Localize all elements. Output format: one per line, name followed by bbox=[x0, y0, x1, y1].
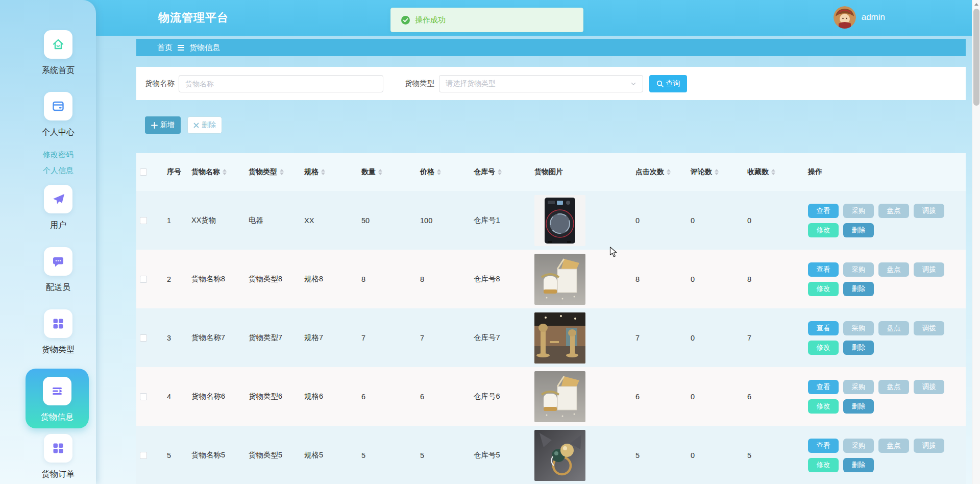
transfer-button[interactable]: 调拨 bbox=[914, 262, 944, 277]
x-icon bbox=[193, 123, 199, 128]
breadcrumb: 首页 货物信息 bbox=[136, 39, 966, 56]
row-actions: 查看 采购 盘点 调拨 修改 删除 bbox=[808, 380, 966, 414]
edit-button[interactable]: 修改 bbox=[808, 341, 839, 355]
sidebar-item-cargo-type[interactable]: 货物类型 bbox=[20, 309, 96, 355]
cell-qty: 6 bbox=[361, 393, 365, 401]
row-actions: 查看 采购 盘点 调拨 修改 删除 bbox=[808, 262, 966, 296]
cell-type: 货物类型8 bbox=[249, 274, 282, 284]
cell-type: 电器 bbox=[249, 215, 263, 225]
view-button[interactable]: 查看 bbox=[808, 439, 839, 453]
col-index: 序号 bbox=[167, 167, 181, 177]
col-favorites: 收藏数 bbox=[747, 167, 769, 177]
app-window: 物流管理平台 admin 操作成功 bbox=[0, 0, 980, 484]
row-checkbox[interactable] bbox=[140, 217, 147, 224]
row-delete-button[interactable]: 删除 bbox=[843, 282, 874, 296]
cell-favorites: 6 bbox=[747, 393, 751, 401]
row-checkbox[interactable] bbox=[140, 452, 147, 459]
sort-caret-icon[interactable] bbox=[280, 169, 284, 175]
sort-caret-icon[interactable] bbox=[378, 169, 382, 175]
row-delete-button[interactable]: 删除 bbox=[843, 458, 874, 472]
filter-bar: 货物名称 货物类型 请选择货物类型 查询 bbox=[136, 67, 966, 100]
row-checkbox[interactable] bbox=[140, 276, 147, 283]
cell-name: 货物名称6 bbox=[191, 392, 225, 401]
inventory-button[interactable]: 盘点 bbox=[878, 204, 909, 218]
view-button[interactable]: 查看 bbox=[808, 380, 839, 394]
sidebar-item-cargo-orders[interactable]: 货物订单 bbox=[20, 434, 96, 480]
row-actions: 查看 采购 盘点 调拨 修改 删除 bbox=[808, 439, 966, 472]
cell-clicks: 6 bbox=[635, 393, 640, 401]
row-checkbox[interactable] bbox=[140, 393, 147, 400]
purchase-button[interactable]: 采购 bbox=[843, 262, 874, 277]
inventory-button[interactable]: 盘点 bbox=[878, 439, 909, 453]
sort-caret-icon[interactable] bbox=[771, 169, 775, 175]
transfer-button[interactable]: 调拨 bbox=[914, 439, 944, 453]
scrollbar-thumb[interactable] bbox=[973, 9, 979, 106]
sidebar-item-users[interactable]: 用户 bbox=[20, 185, 96, 231]
transfer-button[interactable]: 调拨 bbox=[914, 380, 944, 394]
inventory-button[interactable]: 盘点 bbox=[878, 262, 909, 277]
sidebar-item-profile[interactable]: 个人中心 bbox=[20, 92, 96, 138]
sidebar-item-couriers[interactable]: 配送员 bbox=[20, 247, 96, 293]
cell-qty: 8 bbox=[361, 275, 365, 283]
window-scrollbar[interactable] bbox=[972, 0, 980, 484]
edit-button[interactable]: 修改 bbox=[808, 282, 839, 296]
hamburger-icon bbox=[178, 45, 184, 51]
sidebar-link-change-password[interactable]: 修改密码 bbox=[20, 150, 96, 160]
cell-index: 2 bbox=[167, 275, 171, 283]
sidebar-link-personal-info[interactable]: 个人信息 bbox=[20, 166, 96, 176]
col-type: 货物类型 bbox=[249, 167, 277, 177]
cell-qty: 5 bbox=[361, 451, 365, 459]
edit-button[interactable]: 修改 bbox=[808, 458, 839, 472]
paper-plane-icon bbox=[44, 185, 72, 213]
edit-button[interactable]: 修改 bbox=[808, 399, 839, 414]
cell-clicks: 8 bbox=[635, 275, 640, 283]
col-image: 货物图片 bbox=[534, 167, 563, 177]
app-title: 物流管理平台 bbox=[158, 10, 229, 26]
breadcrumb-home[interactable]: 首页 bbox=[157, 43, 173, 53]
breadcrumb-current: 货物信息 bbox=[189, 43, 220, 53]
col-spec: 规格 bbox=[304, 167, 318, 177]
cell-price: 6 bbox=[420, 393, 424, 401]
sidebar-item-home[interactable]: 系统首页 bbox=[20, 30, 96, 76]
scroll-up-arrow-icon[interactable] bbox=[972, 0, 980, 8]
add-button[interactable]: 新增 bbox=[145, 116, 181, 134]
view-button[interactable]: 查看 bbox=[808, 204, 839, 218]
purchase-button[interactable]: 采购 bbox=[843, 204, 874, 218]
cell-price: 7 bbox=[420, 334, 424, 342]
purchase-button[interactable]: 采购 bbox=[843, 380, 874, 394]
delete-button[interactable]: 删除 bbox=[187, 116, 222, 134]
transfer-button[interactable]: 调拨 bbox=[914, 321, 944, 335]
view-button[interactable]: 查看 bbox=[808, 262, 839, 277]
row-delete-button[interactable]: 删除 bbox=[843, 341, 874, 355]
sort-caret-icon[interactable] bbox=[223, 169, 227, 175]
sort-caret-icon[interactable] bbox=[321, 169, 325, 175]
home-icon bbox=[44, 30, 72, 59]
user-menu[interactable]: admin bbox=[834, 6, 885, 29]
sidebar-item-cargo-info[interactable]: 货物信息 bbox=[26, 369, 89, 428]
cell-type: 货物类型7 bbox=[249, 333, 282, 343]
sort-caret-icon[interactable] bbox=[715, 169, 719, 175]
cell-index: 1 bbox=[167, 216, 171, 225]
inventory-button[interactable]: 盘点 bbox=[878, 380, 909, 394]
purchase-button[interactable]: 采购 bbox=[843, 439, 874, 453]
view-button[interactable]: 查看 bbox=[808, 321, 839, 335]
edit-button[interactable]: 修改 bbox=[808, 223, 839, 237]
row-checkbox[interactable] bbox=[140, 334, 147, 342]
type-filter-select[interactable]: 请选择货物类型 bbox=[439, 75, 643, 92]
search-button[interactable]: 查询 bbox=[649, 75, 687, 92]
sort-caret-icon[interactable] bbox=[437, 169, 441, 175]
sort-caret-icon[interactable] bbox=[498, 169, 502, 175]
inventory-button[interactable]: 盘点 bbox=[878, 321, 909, 335]
col-name: 货物名称 bbox=[191, 167, 220, 177]
select-all-checkbox[interactable] bbox=[140, 168, 147, 176]
row-delete-button[interactable]: 删除 bbox=[843, 223, 874, 237]
user-avatar[interactable] bbox=[834, 6, 856, 29]
row-actions: 查看 采购 盘点 调拨 修改 删除 bbox=[808, 321, 966, 355]
row-delete-button[interactable]: 删除 bbox=[843, 399, 874, 414]
purchase-button[interactable]: 采购 bbox=[843, 321, 874, 335]
name-filter-input[interactable] bbox=[179, 75, 383, 92]
grid-icon bbox=[44, 309, 72, 338]
product-image bbox=[534, 430, 585, 481]
sort-caret-icon[interactable] bbox=[667, 169, 671, 175]
transfer-button[interactable]: 调拨 bbox=[914, 204, 944, 218]
